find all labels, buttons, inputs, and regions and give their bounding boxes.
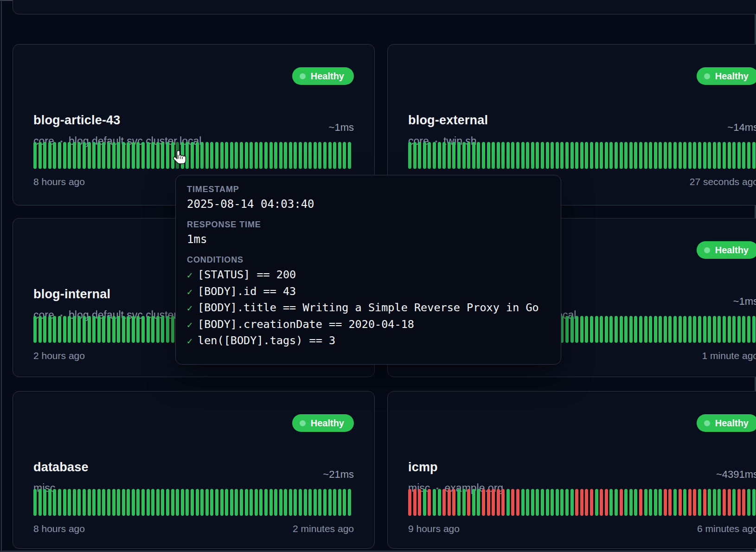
health-bar-success[interactable] — [88, 316, 91, 343]
health-bar-success[interactable] — [264, 489, 268, 516]
health-bar-success[interactable] — [83, 316, 86, 343]
health-bar-success[interactable] — [196, 489, 199, 516]
health-bar-success[interactable] — [147, 142, 150, 169]
health-bar-success[interactable] — [516, 142, 519, 169]
health-bar-success[interactable] — [77, 489, 81, 516]
health-bar-failure[interactable] — [620, 489, 623, 516]
health-bar-success[interactable] — [127, 142, 130, 169]
health-bar-success[interactable] — [747, 489, 750, 516]
health-bar-success[interactable] — [63, 489, 66, 516]
health-bar-success[interactable] — [58, 316, 61, 343]
health-bar-success[interactable] — [88, 489, 91, 516]
health-bar-failure[interactable] — [580, 489, 583, 516]
health-bar-success[interactable] — [580, 142, 583, 169]
health-bar-success[interactable] — [664, 142, 667, 169]
health-bar-success[interactable] — [112, 489, 115, 516]
health-bar-success[interactable] — [250, 489, 253, 516]
health-bar-success[interactable] — [259, 142, 263, 169]
health-bar-success[interactable] — [220, 142, 224, 169]
health-bar-success[interactable] — [102, 316, 105, 343]
health-bar-success[interactable] — [294, 489, 297, 516]
health-bar-success[interactable] — [752, 316, 756, 343]
health-bar-success[interactable] — [215, 142, 218, 169]
health-bar-success[interactable] — [107, 142, 110, 169]
health-bar-success[interactable] — [225, 489, 228, 516]
health-bar-success[interactable] — [703, 142, 706, 169]
health-bar-success[interactable] — [615, 316, 618, 343]
health-bar-success[interactable] — [147, 489, 150, 516]
health-bar-success[interactable] — [732, 142, 736, 169]
health-bar-success[interactable] — [43, 316, 46, 343]
health-bar-success[interactable] — [230, 489, 233, 516]
health-bar-success[interactable] — [284, 489, 287, 516]
health-bar-success[interactable] — [560, 489, 564, 516]
health-bar-success[interactable] — [348, 489, 351, 516]
health-bar-success[interactable] — [728, 142, 731, 169]
health-bar-success[interactable] — [176, 489, 179, 516]
health-bar-success[interactable] — [161, 142, 164, 169]
health-bar-success[interactable] — [299, 489, 302, 516]
health-bar-success[interactable] — [166, 316, 169, 343]
health-bar-success[interactable] — [323, 489, 327, 516]
health-bar-success[interactable] — [328, 142, 332, 169]
health-bar-success[interactable] — [166, 142, 169, 169]
health-bar-success[interactable] — [117, 316, 120, 343]
health-bar-success[interactable] — [147, 316, 150, 343]
health-bar-success[interactable] — [590, 142, 593, 169]
health-bar-success[interactable] — [33, 489, 37, 516]
health-bar-success[interactable] — [531, 142, 534, 169]
health-bar-success[interactable] — [452, 142, 455, 169]
health-bar-success[interactable] — [600, 316, 603, 343]
health-bar-success[interactable] — [737, 142, 741, 169]
health-bar-failure[interactable] — [501, 489, 505, 516]
health-bar-success[interactable] — [343, 142, 346, 169]
health-bar-success[interactable] — [161, 316, 164, 343]
health-bar-failure[interactable] — [516, 489, 519, 516]
health-bar-success[interactable] — [250, 142, 253, 169]
health-bar-success[interactable] — [442, 142, 446, 169]
health-bar-success[interactable] — [506, 489, 510, 516]
health-bar-failure[interactable] — [688, 489, 692, 516]
health-bar-success[interactable] — [644, 316, 647, 343]
health-bar-success[interactable] — [683, 142, 686, 169]
health-bar-success[interactable] — [348, 142, 351, 169]
health-bar-success[interactable] — [575, 316, 578, 343]
health-bar-success[interactable] — [551, 142, 554, 169]
health-bar-success[interactable] — [541, 489, 544, 516]
health-bar-success[interactable] — [83, 489, 86, 516]
health-bar-success[interactable] — [585, 316, 588, 343]
health-bar-success[interactable] — [654, 316, 657, 343]
health-bar-success[interactable] — [245, 142, 248, 169]
health-bar-failure[interactable] — [448, 489, 451, 516]
health-bar-success[interactable] — [269, 489, 273, 516]
health-bar-success[interactable] — [679, 316, 682, 343]
health-bar-success[interactable] — [136, 316, 140, 343]
health-bar-success[interactable] — [605, 142, 608, 169]
health-bar-success[interactable] — [132, 316, 135, 343]
health-bar-success[interactable] — [556, 489, 559, 516]
health-bar-success[interactable] — [333, 142, 336, 169]
health-bar-success[interactable] — [92, 142, 96, 169]
health-bar-success[interactable] — [73, 489, 76, 516]
health-bar-success[interactable] — [659, 489, 662, 516]
health-bar-success[interactable] — [225, 142, 228, 169]
health-bar-success[interactable] — [492, 142, 495, 169]
health-bar-success[interactable] — [615, 489, 618, 516]
health-bar-success[interactable] — [338, 142, 341, 169]
health-bar-success[interactable] — [457, 489, 461, 516]
health-bar-success[interactable] — [151, 489, 154, 516]
health-bar-success[interactable] — [565, 316, 569, 343]
health-bar-success[interactable] — [521, 489, 525, 516]
health-bar-success[interactable] — [462, 489, 466, 516]
health-bar-success[interactable] — [531, 489, 534, 516]
health-bar-success[interactable] — [255, 489, 258, 516]
health-bar-success[interactable] — [264, 142, 268, 169]
health-bar-success[interactable] — [77, 316, 81, 343]
health-bar-success[interactable] — [634, 142, 637, 169]
health-bar-success[interactable] — [688, 142, 692, 169]
health-bar-failure[interactable] — [664, 489, 667, 516]
health-bar-success[interactable] — [38, 316, 42, 343]
health-bar-failure[interactable] — [511, 489, 514, 516]
health-bar-success[interactable] — [196, 142, 199, 169]
health-bar-success[interactable] — [97, 316, 101, 343]
